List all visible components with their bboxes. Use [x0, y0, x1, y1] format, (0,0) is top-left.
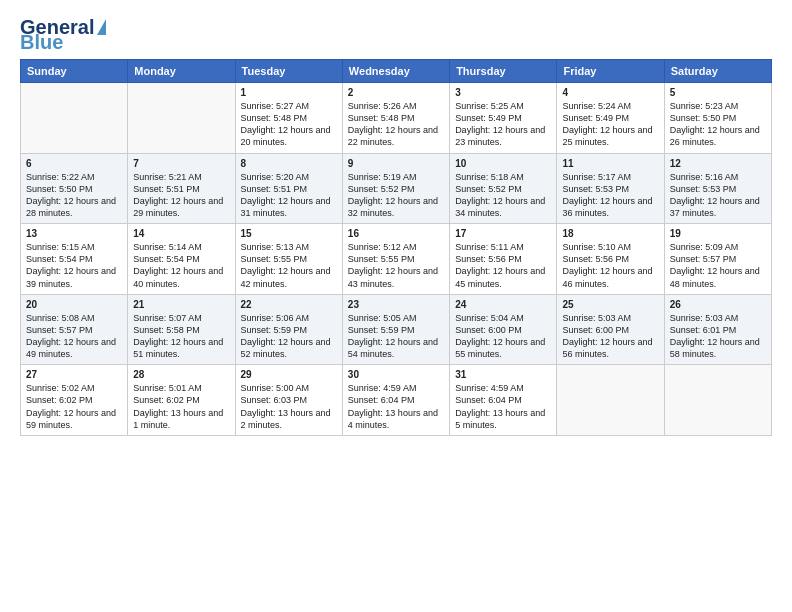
day-number: 11 — [562, 158, 658, 169]
calendar-cell: 10Sunrise: 5:18 AM Sunset: 5:52 PM Dayli… — [450, 153, 557, 224]
logo-triangle-icon — [97, 19, 106, 35]
calendar-cell: 22Sunrise: 5:06 AM Sunset: 5:59 PM Dayli… — [235, 294, 342, 365]
calendar-cell: 16Sunrise: 5:12 AM Sunset: 5:55 PM Dayli… — [342, 224, 449, 295]
day-number: 15 — [241, 228, 337, 239]
calendar-cell — [21, 83, 128, 154]
day-content: Sunrise: 5:27 AM Sunset: 5:48 PM Dayligh… — [241, 100, 337, 149]
calendar-cell: 13Sunrise: 5:15 AM Sunset: 5:54 PM Dayli… — [21, 224, 128, 295]
day-number: 25 — [562, 299, 658, 310]
day-content: Sunrise: 5:17 AM Sunset: 5:53 PM Dayligh… — [562, 171, 658, 220]
weekday-header-tuesday: Tuesday — [235, 60, 342, 83]
day-content: Sunrise: 5:25 AM Sunset: 5:49 PM Dayligh… — [455, 100, 551, 149]
day-number: 8 — [241, 158, 337, 169]
day-number: 18 — [562, 228, 658, 239]
weekday-header-wednesday: Wednesday — [342, 60, 449, 83]
weekday-header-saturday: Saturday — [664, 60, 771, 83]
day-number: 23 — [348, 299, 444, 310]
calendar-cell: 31Sunrise: 4:59 AM Sunset: 6:04 PM Dayli… — [450, 365, 557, 436]
calendar-cell: 29Sunrise: 5:00 AM Sunset: 6:03 PM Dayli… — [235, 365, 342, 436]
day-number: 10 — [455, 158, 551, 169]
calendar-cell: 24Sunrise: 5:04 AM Sunset: 6:00 PM Dayli… — [450, 294, 557, 365]
day-content: Sunrise: 5:07 AM Sunset: 5:58 PM Dayligh… — [133, 312, 229, 361]
calendar-cell: 21Sunrise: 5:07 AM Sunset: 5:58 PM Dayli… — [128, 294, 235, 365]
calendar-cell: 1Sunrise: 5:27 AM Sunset: 5:48 PM Daylig… — [235, 83, 342, 154]
day-number: 26 — [670, 299, 766, 310]
day-content: Sunrise: 5:04 AM Sunset: 6:00 PM Dayligh… — [455, 312, 551, 361]
day-number: 6 — [26, 158, 122, 169]
day-content: Sunrise: 5:03 AM Sunset: 6:01 PM Dayligh… — [670, 312, 766, 361]
day-content: Sunrise: 4:59 AM Sunset: 6:04 PM Dayligh… — [348, 382, 444, 431]
day-content: Sunrise: 5:16 AM Sunset: 5:53 PM Dayligh… — [670, 171, 766, 220]
calendar-cell: 5Sunrise: 5:23 AM Sunset: 5:50 PM Daylig… — [664, 83, 771, 154]
calendar-cell: 25Sunrise: 5:03 AM Sunset: 6:00 PM Dayli… — [557, 294, 664, 365]
logo-blue: Blue — [20, 35, 63, 49]
day-content: Sunrise: 5:18 AM Sunset: 5:52 PM Dayligh… — [455, 171, 551, 220]
day-number: 14 — [133, 228, 229, 239]
day-content: Sunrise: 5:21 AM Sunset: 5:51 PM Dayligh… — [133, 171, 229, 220]
day-content: Sunrise: 5:19 AM Sunset: 5:52 PM Dayligh… — [348, 171, 444, 220]
day-content: Sunrise: 5:15 AM Sunset: 5:54 PM Dayligh… — [26, 241, 122, 290]
day-content: Sunrise: 5:06 AM Sunset: 5:59 PM Dayligh… — [241, 312, 337, 361]
calendar-week-5: 27Sunrise: 5:02 AM Sunset: 6:02 PM Dayli… — [21, 365, 772, 436]
day-number: 24 — [455, 299, 551, 310]
calendar-cell: 17Sunrise: 5:11 AM Sunset: 5:56 PM Dayli… — [450, 224, 557, 295]
day-content: Sunrise: 5:02 AM Sunset: 6:02 PM Dayligh… — [26, 382, 122, 431]
day-number: 30 — [348, 369, 444, 380]
calendar-cell: 9Sunrise: 5:19 AM Sunset: 5:52 PM Daylig… — [342, 153, 449, 224]
calendar-cell: 6Sunrise: 5:22 AM Sunset: 5:50 PM Daylig… — [21, 153, 128, 224]
calendar-cell: 26Sunrise: 5:03 AM Sunset: 6:01 PM Dayli… — [664, 294, 771, 365]
day-number: 19 — [670, 228, 766, 239]
day-number: 20 — [26, 299, 122, 310]
calendar-cell: 8Sunrise: 5:20 AM Sunset: 5:51 PM Daylig… — [235, 153, 342, 224]
day-number: 7 — [133, 158, 229, 169]
day-number: 22 — [241, 299, 337, 310]
day-content: Sunrise: 4:59 AM Sunset: 6:04 PM Dayligh… — [455, 382, 551, 431]
calendar-table: SundayMondayTuesdayWednesdayThursdayFrid… — [20, 59, 772, 436]
day-number: 3 — [455, 87, 551, 98]
day-content: Sunrise: 5:11 AM Sunset: 5:56 PM Dayligh… — [455, 241, 551, 290]
page: General Blue SundayMondayTuesdayWednesda… — [0, 0, 792, 612]
day-content: Sunrise: 5:09 AM Sunset: 5:57 PM Dayligh… — [670, 241, 766, 290]
calendar-cell — [128, 83, 235, 154]
day-number: 9 — [348, 158, 444, 169]
weekday-header-sunday: Sunday — [21, 60, 128, 83]
day-number: 12 — [670, 158, 766, 169]
day-number: 27 — [26, 369, 122, 380]
day-number: 31 — [455, 369, 551, 380]
day-content: Sunrise: 5:14 AM Sunset: 5:54 PM Dayligh… — [133, 241, 229, 290]
calendar-cell: 23Sunrise: 5:05 AM Sunset: 5:59 PM Dayli… — [342, 294, 449, 365]
day-content: Sunrise: 5:20 AM Sunset: 5:51 PM Dayligh… — [241, 171, 337, 220]
day-content: Sunrise: 5:23 AM Sunset: 5:50 PM Dayligh… — [670, 100, 766, 149]
day-number: 28 — [133, 369, 229, 380]
calendar-cell: 14Sunrise: 5:14 AM Sunset: 5:54 PM Dayli… — [128, 224, 235, 295]
calendar-cell: 27Sunrise: 5:02 AM Sunset: 6:02 PM Dayli… — [21, 365, 128, 436]
day-number: 21 — [133, 299, 229, 310]
day-number: 1 — [241, 87, 337, 98]
day-content: Sunrise: 5:00 AM Sunset: 6:03 PM Dayligh… — [241, 382, 337, 431]
day-content: Sunrise: 5:05 AM Sunset: 5:59 PM Dayligh… — [348, 312, 444, 361]
day-number: 2 — [348, 87, 444, 98]
calendar-cell: 7Sunrise: 5:21 AM Sunset: 5:51 PM Daylig… — [128, 153, 235, 224]
calendar-cell: 4Sunrise: 5:24 AM Sunset: 5:49 PM Daylig… — [557, 83, 664, 154]
day-number: 4 — [562, 87, 658, 98]
calendar-cell: 15Sunrise: 5:13 AM Sunset: 5:55 PM Dayli… — [235, 224, 342, 295]
calendar-week-3: 13Sunrise: 5:15 AM Sunset: 5:54 PM Dayli… — [21, 224, 772, 295]
calendar-header-row: SundayMondayTuesdayWednesdayThursdayFrid… — [21, 60, 772, 83]
calendar-week-2: 6Sunrise: 5:22 AM Sunset: 5:50 PM Daylig… — [21, 153, 772, 224]
day-content: Sunrise: 5:22 AM Sunset: 5:50 PM Dayligh… — [26, 171, 122, 220]
calendar-week-1: 1Sunrise: 5:27 AM Sunset: 5:48 PM Daylig… — [21, 83, 772, 154]
calendar-week-4: 20Sunrise: 5:08 AM Sunset: 5:57 PM Dayli… — [21, 294, 772, 365]
day-content: Sunrise: 5:26 AM Sunset: 5:48 PM Dayligh… — [348, 100, 444, 149]
calendar-cell: 3Sunrise: 5:25 AM Sunset: 5:49 PM Daylig… — [450, 83, 557, 154]
day-number: 13 — [26, 228, 122, 239]
calendar-cell: 18Sunrise: 5:10 AM Sunset: 5:56 PM Dayli… — [557, 224, 664, 295]
day-content: Sunrise: 5:01 AM Sunset: 6:02 PM Dayligh… — [133, 382, 229, 431]
day-content: Sunrise: 5:10 AM Sunset: 5:56 PM Dayligh… — [562, 241, 658, 290]
weekday-header-thursday: Thursday — [450, 60, 557, 83]
day-number: 29 — [241, 369, 337, 380]
day-number: 16 — [348, 228, 444, 239]
calendar-cell: 28Sunrise: 5:01 AM Sunset: 6:02 PM Dayli… — [128, 365, 235, 436]
day-content: Sunrise: 5:24 AM Sunset: 5:49 PM Dayligh… — [562, 100, 658, 149]
calendar-cell: 20Sunrise: 5:08 AM Sunset: 5:57 PM Dayli… — [21, 294, 128, 365]
day-content: Sunrise: 5:13 AM Sunset: 5:55 PM Dayligh… — [241, 241, 337, 290]
